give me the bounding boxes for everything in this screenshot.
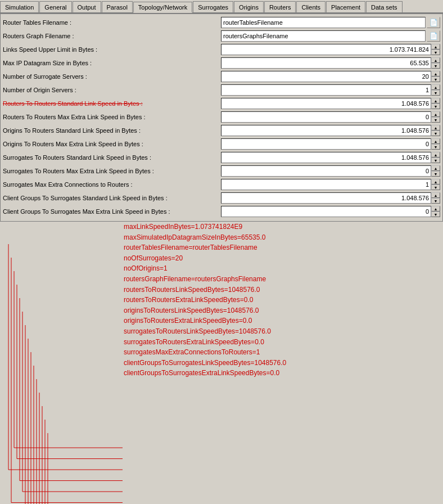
field-label-10: Surrogates To Routers Standard Link Spee… — [3, 154, 221, 161]
connector-line-13 — [45, 420, 123, 504]
form-row-7: Routers To Routers Max Extra Link Speed … — [3, 111, 440, 123]
spin-up-11[interactable]: ▲ — [431, 165, 440, 171]
field-input-11[interactable] — [221, 165, 431, 177]
field-input-12[interactable] — [221, 179, 431, 190]
connector-line-11 — [39, 393, 123, 504]
spin-up-13[interactable]: ▲ — [431, 192, 440, 198]
spin-up-9[interactable]: ▲ — [431, 138, 440, 144]
connector-line-7 — [28, 339, 123, 504]
connector-line-6 — [25, 325, 123, 504]
spin-up-7[interactable]: ▲ — [431, 111, 440, 117]
tab-placement[interactable]: Placement — [326, 1, 365, 12]
spinner-2: ▲▼ — [431, 44, 440, 55]
spinner-4: ▲▼ — [431, 71, 440, 82]
form-row-0: Router Tables Filename :📄 — [3, 16, 440, 29]
field-label-12: Surrogates Max Extra Connections to Rout… — [3, 181, 221, 188]
field-label-0: Router Tables Filename : — [3, 19, 221, 26]
annotation-5: routersGraphFilename=routersGraphsFilena… — [124, 274, 286, 285]
connector-line-0 — [8, 244, 123, 470]
spinner-14: ▲▼ — [431, 206, 440, 217]
spin-up-3[interactable]: ▲ — [431, 57, 440, 63]
field-input-6[interactable] — [221, 98, 431, 109]
spin-up-10[interactable]: ▲ — [431, 152, 440, 158]
form-row-3: Max IP Datagram Size in Bytes :▲▼ — [3, 57, 440, 69]
tab-output[interactable]: Output — [73, 1, 101, 12]
spin-down-6[interactable]: ▼ — [431, 104, 440, 109]
tab-simulation[interactable]: Simulation — [0, 1, 39, 12]
field-label-9: Origins To Routers Max Extra Link Speed … — [3, 141, 221, 147]
annotation-9: originsToRoutersExtraLinkSpeedBytes=0.0 — [124, 316, 286, 326]
spinner-8: ▲▼ — [431, 125, 440, 136]
tab-clients[interactable]: Clients — [296, 1, 326, 12]
spin-down-13[interactable]: ▼ — [431, 198, 440, 204]
tab-general[interactable]: General — [39, 1, 71, 12]
spin-down-10[interactable]: ▼ — [431, 158, 440, 163]
tab-parasol[interactable]: Parasol — [102, 1, 133, 12]
field-input-7[interactable] — [221, 111, 431, 123]
spin-down-7[interactable]: ▼ — [431, 117, 440, 123]
spin-up-8[interactable]: ▲ — [431, 125, 440, 130]
connector-line-8 — [31, 352, 123, 504]
field-input-2[interactable] — [221, 44, 431, 55]
connector-line-1 — [11, 258, 123, 503]
field-input-5[interactable] — [221, 84, 431, 96]
connector-line-12 — [42, 406, 123, 504]
spin-up-14[interactable]: ▲ — [431, 206, 440, 212]
spinner-3: ▲▼ — [431, 57, 440, 69]
spin-down-5[interactable]: ▼ — [431, 90, 440, 96]
tab-topology-network[interactable]: Topology/Network — [133, 2, 192, 13]
annotation-11: surrogatesToRoutersExtraLinkSpeedBytes=0… — [124, 337, 286, 348]
field-label-13: Client Groups To Surrogates Standard Lin… — [3, 195, 221, 201]
form-row-14: Client Groups To Surrogates Max Extra Li… — [3, 205, 440, 218]
file-button-1[interactable]: 📄 — [427, 30, 440, 42]
field-input-13[interactable] — [221, 192, 431, 204]
spinner-5: ▲▼ — [431, 84, 440, 96]
annotation-8: originsToRoutersLinkSpeedBytes=1048576.0 — [124, 305, 286, 316]
tab-datasets[interactable]: Data sets — [366, 1, 402, 12]
spin-down-4[interactable]: ▼ — [431, 76, 440, 82]
field-input-10[interactable] — [221, 152, 431, 163]
field-input-4[interactable] — [221, 71, 431, 82]
spin-up-12[interactable]: ▲ — [431, 179, 440, 184]
field-input-1[interactable] — [221, 30, 426, 42]
tab-bar: Simulation General Output Parasol Topolo… — [0, 0, 443, 14]
annotation-14: clientGroupsToSurrogatesExtraLinkSpeedBy… — [124, 368, 286, 379]
spin-down-11[interactable]: ▼ — [431, 171, 440, 177]
field-input-9[interactable] — [221, 138, 431, 150]
field-input-8[interactable] — [221, 125, 431, 136]
field-label-4: Number of Surrogate Servers : — [3, 73, 221, 80]
tab-routers[interactable]: Routers — [264, 1, 296, 12]
field-label-7: Routers To Routers Max Extra Link Speed … — [3, 114, 221, 120]
field-input-3[interactable] — [221, 57, 431, 69]
tab-surrogates[interactable]: Surrogates — [193, 1, 233, 12]
spinner-6: ▲▼ — [431, 98, 440, 109]
form-row-10: Surrogates To Routers Standard Link Spee… — [3, 151, 440, 164]
form-row-5: Number of Origin Servers :▲▼ — [3, 84, 440, 96]
form-row-8: Origins To Routers Standard Link Speed i… — [3, 124, 440, 137]
form-row-6: Routers To Routers Standard Link Speed i… — [3, 97, 440, 110]
spin-down-12[interactable]: ▼ — [431, 184, 440, 190]
form-row-11: Surrogates To Routers Max Extra Link Spe… — [3, 165, 440, 177]
field-input-14[interactable] — [221, 206, 431, 217]
file-button-0[interactable]: 📄 — [427, 17, 440, 28]
spinner-10: ▲▼ — [431, 152, 440, 163]
spin-down-3[interactable]: ▼ — [431, 63, 440, 69]
connector-line-3 — [17, 285, 123, 459]
annotation-6: routersToRoutersLinkSpeedBytes=1048576.0 — [124, 285, 286, 295]
field-input-0[interactable] — [221, 17, 426, 28]
fields-container: Router Tables Filename :📄Routers Graph F… — [3, 16, 440, 218]
spinner-9: ▲▼ — [431, 138, 440, 150]
spin-up-4[interactable]: ▲ — [431, 71, 440, 76]
spin-down-2[interactable]: ▼ — [431, 50, 440, 55]
spin-up-5[interactable]: ▲ — [431, 84, 440, 90]
spin-up-2[interactable]: ▲ — [431, 44, 440, 50]
spin-down-9[interactable]: ▼ — [431, 144, 440, 150]
field-label-3: Max IP Datagram Size in Bytes : — [3, 60, 221, 66]
tab-origins[interactable]: Origins — [234, 1, 264, 12]
spin-down-8[interactable]: ▼ — [431, 130, 440, 136]
annotation-2: routerTablesFilename=routerTablesFilenam… — [124, 242, 286, 253]
spin-down-14[interactable]: ▼ — [431, 212, 440, 217]
form-row-13: Client Groups To Surrogates Standard Lin… — [3, 192, 440, 204]
connector-line-4 — [20, 298, 123, 481]
spin-up-6[interactable]: ▲ — [431, 98, 440, 104]
